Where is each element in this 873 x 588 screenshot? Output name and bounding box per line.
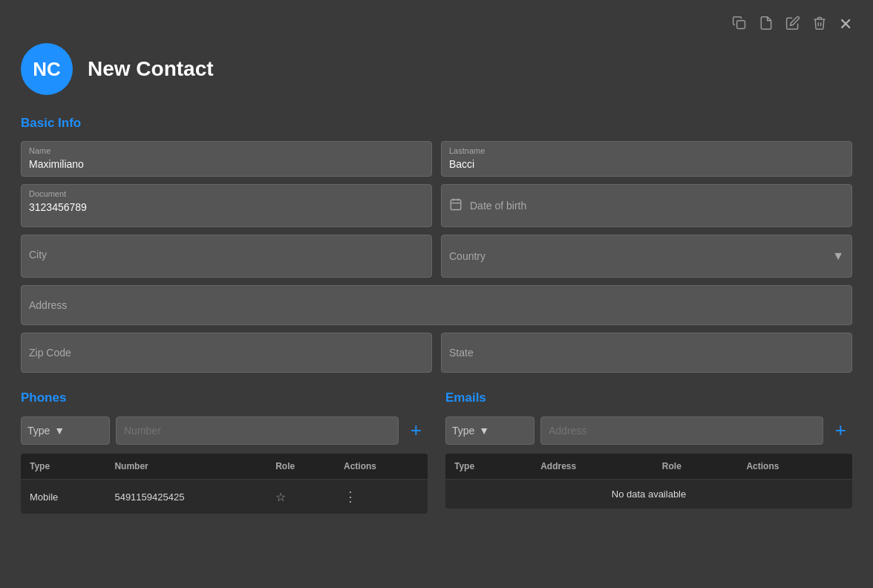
phone-type-cell: Mobile — [21, 480, 105, 514]
phone-add-button[interactable]: + — [405, 416, 428, 445]
emails-table-header: Type Address Role Actions — [445, 454, 852, 480]
emails-input-row: Type ▼ + — [445, 416, 852, 445]
address-placeholder: Address — [22, 286, 851, 324]
close-button[interactable]: ✕ — [839, 15, 852, 34]
phones-col-role: Role — [267, 454, 335, 480]
dob-placeholder: Date of birth — [470, 200, 526, 212]
state-field[interactable]: State — [441, 333, 852, 373]
phones-input-row: Type ▼ + — [21, 416, 428, 445]
emails-section: Emails Type ▼ + Type Address Role A — [445, 391, 852, 514]
basic-info-section: Basic Info Name Lastname Document — [21, 116, 852, 373]
document-icon[interactable] — [759, 16, 774, 34]
address-row: Address — [21, 285, 852, 325]
phones-table-header: Type Number Role Actions — [21, 454, 428, 480]
name-row: Name Lastname — [21, 141, 852, 177]
more-actions-icon[interactable]: ⋮ — [344, 489, 359, 504]
email-type-arrow: ▼ — [479, 425, 489, 437]
avatar: NC — [21, 43, 73, 95]
phones-title: Phones — [21, 391, 428, 405]
calendar-icon — [449, 197, 462, 215]
phone-type-arrow: ▼ — [54, 425, 65, 437]
zipcode-field[interactable]: Zip Code — [21, 333, 432, 373]
copy-icon[interactable] — [732, 16, 747, 34]
phones-table: Type Number Role Actions Mobile 54911594… — [21, 454, 428, 514]
dob-field[interactable]: Date of birth — [441, 184, 852, 227]
name-input[interactable] — [22, 142, 431, 176]
phone-type-label: Type — [27, 425, 50, 437]
edit-icon[interactable] — [785, 16, 800, 34]
lastname-input[interactable] — [442, 142, 851, 176]
email-add-button[interactable]: + — [829, 416, 852, 445]
email-type-label: Type — [452, 425, 474, 437]
emails-table: Type Address Role Actions No data availa… — [445, 454, 852, 509]
country-field[interactable]: Country ▼ — [441, 235, 852, 278]
contact-name: New Contact — [88, 57, 214, 81]
emails-no-data: No data available — [445, 480, 852, 509]
phones-col-type: Type — [21, 454, 105, 480]
document-row: Document Date of birth — [21, 184, 852, 227]
delete-icon[interactable] — [812, 16, 827, 34]
contact-header: NC New Contact — [21, 43, 852, 95]
email-type-dropdown[interactable]: Type ▼ — [445, 416, 534, 445]
phones-emails-section: Phones Type ▼ + Type Number Role Ac — [21, 391, 852, 514]
emails-col-type: Type — [445, 454, 532, 480]
phone-actions-cell[interactable]: ⋮ — [335, 480, 428, 514]
address-field[interactable]: Address — [21, 285, 852, 325]
zip-state-row: Zip Code State — [21, 333, 852, 373]
phones-col-number: Number — [105, 454, 267, 480]
city-country-row: City Country ▼ — [21, 235, 852, 278]
phone-number-input[interactable] — [116, 416, 399, 445]
document-field[interactable]: Document — [21, 184, 432, 227]
name-field[interactable]: Name — [21, 141, 432, 177]
svg-rect-1 — [451, 200, 461, 210]
emails-title: Emails — [445, 391, 852, 405]
star-icon[interactable]: ☆ — [275, 491, 286, 503]
phones-section: Phones Type ▼ + Type Number Role Ac — [21, 391, 428, 514]
state-placeholder: State — [442, 333, 851, 372]
document-input[interactable] — [22, 185, 431, 219]
lastname-field[interactable]: Lastname — [441, 141, 852, 177]
city-placeholder: City — [22, 235, 431, 274]
basic-info-title: Basic Info — [21, 116, 852, 131]
emails-col-actions: Actions — [737, 454, 852, 480]
city-field[interactable]: City — [21, 235, 432, 278]
table-row: Mobile 5491159425425 ☆ ⋮ — [21, 480, 428, 514]
emails-col-role: Role — [653, 454, 738, 480]
country-dropdown-arrow: ▼ — [832, 249, 844, 263]
emails-col-address: Address — [532, 454, 653, 480]
emails-no-data-row: No data available — [445, 480, 852, 509]
phone-role-cell[interactable]: ☆ — [267, 480, 335, 514]
phones-col-actions: Actions — [335, 454, 428, 480]
phone-number-cell: 5491159425425 — [105, 480, 267, 514]
country-placeholder: Country — [449, 250, 485, 262]
svg-rect-0 — [737, 20, 745, 28]
phone-type-dropdown[interactable]: Type ▼ — [21, 416, 110, 445]
zipcode-placeholder: Zip Code — [22, 333, 431, 372]
toolbar: ✕ — [21, 15, 852, 34]
email-address-input[interactable] — [540, 416, 823, 445]
